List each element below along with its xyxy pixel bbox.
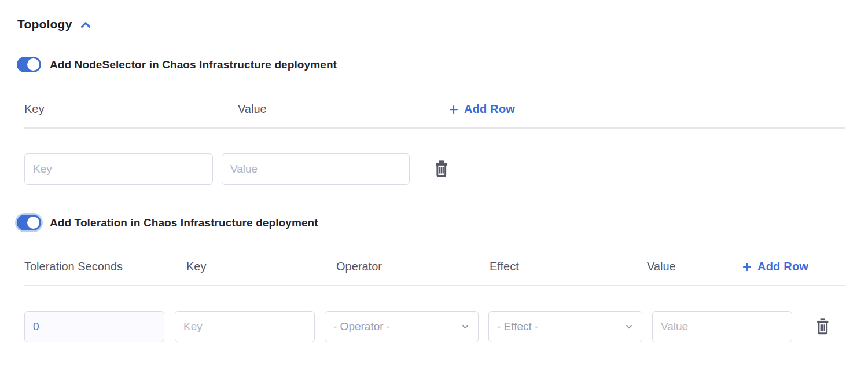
delete-row-button[interactable] — [814, 317, 832, 336]
value-input[interactable] — [222, 153, 410, 185]
effect-select[interactable]: - Effect - — [488, 311, 642, 342]
node-selector-table-headers: Key Value Add Row — [24, 103, 845, 116]
section-header: Topology — [17, 17, 868, 31]
node-selector-toggle-row: Add NodeSelector in Chaos Infrastructure… — [17, 57, 868, 72]
column-header-value: Value — [647, 260, 742, 273]
node-selector-toggle[interactable] — [17, 57, 41, 72]
delete-row-button[interactable] — [433, 160, 450, 178]
plus-icon — [742, 262, 752, 272]
toleration-row: - Operator - - Effect - — [24, 311, 845, 342]
plus-icon — [448, 104, 459, 115]
node-selector-toggle-label: Add NodeSelector in Chaos Infrastructure… — [50, 58, 337, 71]
column-header-value: Value — [238, 103, 448, 116]
toleration-toggle[interactable] — [17, 215, 41, 230]
add-row-button[interactable]: Add Row — [742, 260, 808, 273]
add-row-label: Add Row — [757, 260, 808, 273]
table-header-divider — [24, 127, 845, 129]
node-selector-table: Key Value Add Row — [24, 103, 845, 185]
toleration-table-headers: Toleration Seconds Key Operator Effect V… — [24, 260, 845, 273]
page-title: Topology — [17, 17, 72, 31]
effect-select-value: - Effect - — [497, 320, 538, 333]
node-selector-row — [24, 153, 845, 185]
column-header-key: Key — [24, 103, 238, 116]
column-header-operator: Operator — [336, 260, 490, 273]
toggle-knob — [27, 217, 39, 229]
column-header-toleration-seconds: Toleration Seconds — [24, 260, 186, 273]
toleration-toggle-row: Add Toleration in Chaos Infrastructure d… — [17, 215, 868, 230]
trash-icon — [433, 160, 450, 178]
value-input[interactable] — [652, 311, 792, 342]
chevron-down-icon — [624, 322, 634, 331]
key-input[interactable] — [24, 153, 213, 185]
operator-select[interactable]: - Operator - — [325, 311, 479, 342]
operator-select-value: - Operator - — [333, 320, 390, 333]
add-row-button[interactable]: Add Row — [448, 103, 515, 116]
key-input[interactable] — [175, 311, 315, 342]
chevron-down-icon — [461, 322, 470, 331]
column-header-effect: Effect — [490, 260, 647, 273]
toleration-table: Toleration Seconds Key Operator Effect V… — [24, 260, 845, 342]
add-row-label: Add Row — [464, 103, 515, 116]
trash-icon — [814, 317, 832, 336]
toleration-toggle-label: Add Toleration in Chaos Infrastructure d… — [50, 217, 318, 229]
topology-section: Topology Add NodeSelector in Chaos Infra… — [0, 0, 868, 342]
toggle-knob — [27, 58, 39, 71]
chevron-up-icon[interactable] — [79, 19, 92, 31]
table-header-divider — [24, 285, 845, 286]
toleration-seconds-input[interactable] — [24, 311, 164, 342]
column-header-key: Key — [186, 260, 336, 273]
